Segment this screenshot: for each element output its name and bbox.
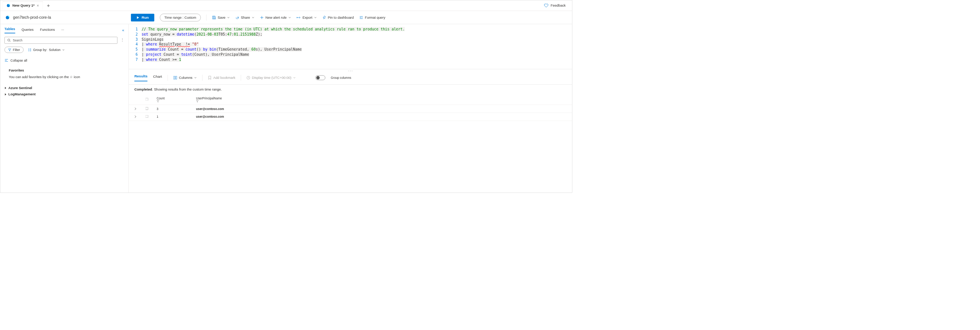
select-all-checkbox[interactable] [146, 98, 151, 101]
time-range-selector[interactable]: Time range : Custom [160, 14, 201, 21]
save-button[interactable]: Save [212, 16, 230, 19]
format-icon [359, 16, 363, 19]
chevron-right-icon [5, 93, 6, 96]
filter-icon [8, 48, 11, 51]
tree-item-log-management[interactable]: LogManagement [5, 91, 124, 98]
results-toolbar: Results Chart Columns Add bookmark Displ… [129, 71, 572, 84]
tab-bar: New Query 1* × + Feedback [0, 0, 573, 11]
table-row[interactable]: 3 user@contoso.com [129, 105, 572, 113]
sidebar-more-icon[interactable]: ⋮ [120, 38, 124, 43]
expand-row-icon[interactable] [134, 116, 140, 118]
tab-results[interactable]: Results [134, 74, 148, 81]
column-header-upn[interactable]: UserPrincipalName [196, 97, 566, 102]
cell-upn: user@contoso.com [196, 115, 566, 118]
feedback-link[interactable]: Feedback [544, 3, 570, 8]
svg-point-1 [8, 4, 10, 5]
clock-icon [247, 76, 250, 79]
svg-rect-6 [173, 76, 175, 79]
columns-button[interactable]: Columns [173, 76, 197, 80]
pin-icon [322, 16, 326, 19]
query-editor[interactable]: 1// The query_now parameter represents t… [129, 24, 572, 69]
row-checkbox[interactable] [146, 107, 151, 110]
search-icon [7, 38, 11, 42]
heart-icon [544, 3, 549, 8]
workspace-selector[interactable]: gen7tech-prod-core-la [0, 15, 129, 19]
toolbar: gen7tech-prod-core-la Run Time range : C… [0, 11, 573, 24]
row-checkbox[interactable] [146, 115, 151, 118]
column-header-count[interactable]: Count [157, 97, 191, 102]
favorites-help-text: You can add favorites by clicking on the… [5, 75, 116, 79]
results-table: Count UserPrincipalName 3 user@contoso.c… [129, 94, 572, 121]
group-columns-label: Group columns [331, 76, 351, 79]
chevron-down-icon [62, 48, 65, 51]
bookmark-icon [208, 76, 212, 80]
chevron-down-icon [293, 77, 296, 79]
group-columns-toggle[interactable] [315, 76, 325, 80]
collapse-all-button[interactable]: Collapse all [5, 58, 124, 62]
workspace-icon [5, 16, 10, 20]
query-tab[interactable]: New Query 1* × [2, 2, 43, 10]
table-row[interactable]: 1 user@contoso.com [129, 113, 572, 121]
expand-row-icon[interactable] [134, 108, 140, 110]
export-icon [296, 16, 301, 19]
chevron-down-icon [288, 16, 291, 19]
tab-queries[interactable]: Queries [22, 27, 34, 33]
chevron-down-icon [252, 16, 254, 19]
workspace-name: gen7tech-prod-core-la [13, 15, 51, 19]
query-icon [6, 4, 11, 8]
run-button[interactable]: Run [131, 14, 154, 21]
share-button[interactable]: Share [235, 16, 254, 19]
tab-chart[interactable]: Chart [153, 75, 162, 81]
svg-point-3 [8, 16, 10, 17]
search-input[interactable]: Search [5, 36, 118, 44]
save-icon [212, 16, 216, 19]
svg-point-5 [8, 39, 10, 41]
new-alert-button[interactable]: New alert rule [260, 16, 291, 19]
favorites-heading: Favorites [5, 68, 124, 73]
tab-tables[interactable]: Tables [5, 27, 15, 33]
filter-icon[interactable] [196, 100, 566, 102]
cell-count: 3 [157, 107, 191, 110]
display-time-button[interactable]: Display time (UTC+00:00) [247, 76, 295, 80]
format-button[interactable]: Format query [359, 16, 385, 19]
more-tabs[interactable]: ··· [61, 27, 64, 33]
export-button[interactable]: Export [296, 16, 317, 19]
svg-point-4 [296, 17, 297, 18]
chevron-down-icon [314, 16, 317, 19]
collapse-icon [5, 59, 8, 62]
close-icon[interactable]: × [37, 3, 39, 8]
plus-icon [260, 16, 264, 19]
tab-functions[interactable]: Functions [40, 27, 55, 33]
tree-item-azure-sentinel[interactable]: Azure Sentinel [5, 85, 124, 91]
pin-button[interactable]: Pin to dashboard [322, 16, 354, 19]
sidebar: Tables Queries Functions ··· « Search ⋮ … [0, 24, 129, 193]
query-tab-title: New Query 1* [13, 4, 35, 8]
chevron-right-icon [5, 87, 6, 89]
collapse-sidebar-icon[interactable]: « [122, 28, 124, 33]
group-by-selector[interactable]: Group by: Solution [28, 48, 65, 52]
columns-icon [173, 76, 177, 79]
chevron-down-icon [194, 77, 197, 79]
filter-button[interactable]: Filter [5, 46, 24, 53]
cell-count: 1 [157, 115, 191, 118]
add-bookmark-button[interactable]: Add bookmark [208, 76, 235, 80]
share-icon [235, 16, 239, 19]
chevron-down-icon [227, 16, 230, 19]
filter-icon[interactable] [157, 100, 191, 102]
status-message: Completed. Showing results from the cust… [129, 84, 572, 94]
new-tab-button[interactable]: + [47, 3, 50, 8]
play-icon [137, 16, 139, 19]
group-icon [28, 48, 31, 51]
svg-rect-7 [175, 76, 177, 79]
cell-upn: user@contoso.com [196, 107, 566, 110]
